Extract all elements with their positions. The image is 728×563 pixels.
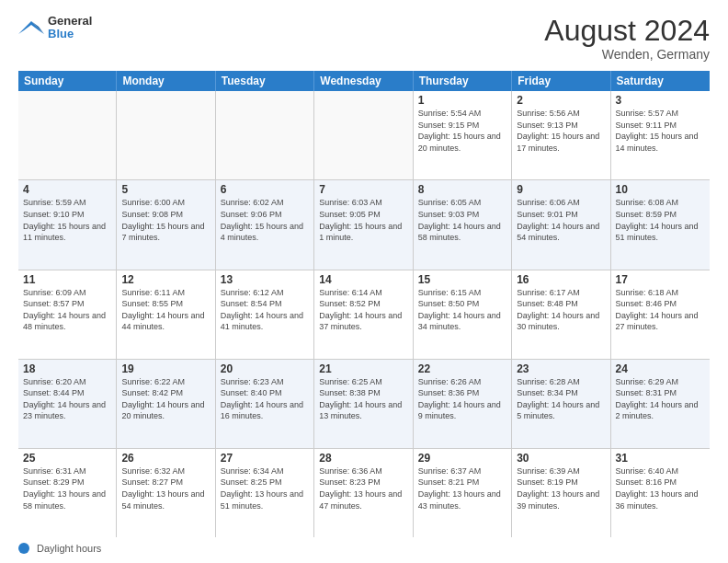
day-info: Sunrise: 6:25 AMSunset: 8:38 PMDaylight:… bbox=[319, 376, 407, 422]
cal-cell: 1Sunrise: 5:54 AMSunset: 9:15 PMDaylight… bbox=[414, 91, 512, 179]
cal-cell: 19Sunrise: 6:22 AMSunset: 8:42 PMDayligh… bbox=[117, 360, 215, 448]
day-number: 18 bbox=[23, 362, 111, 375]
day-number: 21 bbox=[319, 362, 407, 375]
cal-cell: 31Sunrise: 6:40 AMSunset: 8:16 PMDayligh… bbox=[611, 449, 710, 537]
cal-cell: 28Sunrise: 6:36 AMSunset: 8:23 PMDayligh… bbox=[314, 449, 413, 537]
cal-header-wednesday: Wednesday bbox=[314, 71, 413, 91]
day-number: 27 bbox=[221, 452, 309, 465]
day-info: Sunrise: 6:29 AMSunset: 8:31 PMDaylight:… bbox=[616, 376, 705, 422]
cal-cell: 14Sunrise: 6:14 AMSunset: 8:52 PMDayligh… bbox=[314, 270, 413, 359]
day-info: Sunrise: 5:59 AMSunset: 9:10 PMDaylight:… bbox=[23, 197, 111, 243]
day-number: 28 bbox=[319, 452, 407, 465]
cal-cell: 25Sunrise: 6:31 AMSunset: 8:29 PMDayligh… bbox=[18, 449, 117, 537]
logo-blue: Blue bbox=[48, 27, 74, 40]
day-info: Sunrise: 6:34 AMSunset: 8:25 PMDaylight:… bbox=[221, 465, 309, 511]
cal-cell: 15Sunrise: 6:15 AMSunset: 8:50 PMDayligh… bbox=[414, 270, 512, 359]
cal-cell: 6Sunrise: 6:02 AMSunset: 9:06 PMDaylight… bbox=[216, 180, 314, 269]
day-number: 31 bbox=[616, 452, 705, 465]
cal-cell: 18Sunrise: 6:20 AMSunset: 8:44 PMDayligh… bbox=[18, 360, 117, 448]
day-info: Sunrise: 6:26 AMSunset: 8:36 PMDaylight:… bbox=[418, 376, 506, 422]
calendar-week-2: 4Sunrise: 5:59 AMSunset: 9:10 PMDaylight… bbox=[18, 180, 710, 270]
cal-cell: 11Sunrise: 6:09 AMSunset: 8:57 PMDayligh… bbox=[18, 270, 117, 359]
day-info: Sunrise: 6:22 AMSunset: 8:42 PMDaylight:… bbox=[121, 376, 210, 422]
day-info: Sunrise: 5:57 AMSunset: 9:11 PMDaylight:… bbox=[616, 108, 705, 154]
cal-cell: 30Sunrise: 6:39 AMSunset: 8:19 PMDayligh… bbox=[512, 449, 610, 537]
day-number: 30 bbox=[517, 452, 605, 465]
day-info: Sunrise: 6:06 AMSunset: 9:01 PMDaylight:… bbox=[517, 197, 605, 243]
cal-cell: 29Sunrise: 6:37 AMSunset: 8:21 PMDayligh… bbox=[414, 449, 512, 537]
calendar-header-row: SundayMondayTuesdayWednesdayThursdayFrid… bbox=[18, 71, 710, 91]
day-info: Sunrise: 6:20 AMSunset: 8:44 PMDaylight:… bbox=[23, 376, 111, 422]
day-number: 10 bbox=[616, 183, 705, 196]
cal-cell: 27Sunrise: 6:34 AMSunset: 8:25 PMDayligh… bbox=[216, 449, 314, 537]
day-number: 14 bbox=[319, 273, 407, 286]
cal-cell: 4Sunrise: 5:59 AMSunset: 9:10 PMDaylight… bbox=[18, 180, 117, 269]
day-info: Sunrise: 6:14 AMSunset: 8:52 PMDaylight:… bbox=[319, 287, 407, 333]
day-info: Sunrise: 6:17 AMSunset: 8:48 PMDaylight:… bbox=[517, 287, 605, 333]
header: General Blue August 2024 Wenden, Germany bbox=[18, 15, 710, 62]
day-info: Sunrise: 6:36 AMSunset: 8:23 PMDaylight:… bbox=[319, 465, 407, 511]
calendar-week-4: 18Sunrise: 6:20 AMSunset: 8:44 PMDayligh… bbox=[18, 360, 710, 449]
day-info: Sunrise: 6:23 AMSunset: 8:40 PMDaylight:… bbox=[221, 376, 309, 422]
daylight-indicator bbox=[18, 543, 29, 554]
day-number: 24 bbox=[616, 362, 705, 375]
logo: General Blue bbox=[18, 15, 92, 41]
cal-cell: 24Sunrise: 6:29 AMSunset: 8:31 PMDayligh… bbox=[611, 360, 710, 448]
cal-cell: 20Sunrise: 6:23 AMSunset: 8:40 PMDayligh… bbox=[216, 360, 314, 448]
logo-text: General Blue bbox=[48, 15, 92, 41]
cal-header-friday: Friday bbox=[512, 71, 610, 91]
logo-general: General bbox=[48, 14, 92, 28]
cal-cell: 12Sunrise: 6:11 AMSunset: 8:55 PMDayligh… bbox=[117, 270, 215, 359]
day-number: 7 bbox=[319, 183, 407, 196]
cal-cell: 5Sunrise: 6:00 AMSunset: 9:08 PMDaylight… bbox=[117, 180, 215, 269]
day-number: 9 bbox=[517, 183, 605, 196]
day-info: Sunrise: 6:11 AMSunset: 8:55 PMDaylight:… bbox=[121, 287, 210, 333]
cal-header-tuesday: Tuesday bbox=[216, 71, 314, 91]
day-number: 17 bbox=[616, 273, 705, 286]
day-info: Sunrise: 6:31 AMSunset: 8:29 PMDaylight:… bbox=[23, 465, 111, 511]
cal-cell bbox=[117, 91, 215, 179]
day-info: Sunrise: 6:39 AMSunset: 8:19 PMDaylight:… bbox=[517, 465, 605, 511]
day-number: 13 bbox=[221, 273, 309, 286]
logo-bird-icon bbox=[18, 17, 44, 38]
cal-cell: 16Sunrise: 6:17 AMSunset: 8:48 PMDayligh… bbox=[512, 270, 610, 359]
day-number: 12 bbox=[121, 273, 210, 286]
cal-cell: 10Sunrise: 6:08 AMSunset: 8:59 PMDayligh… bbox=[611, 180, 710, 269]
day-info: Sunrise: 6:00 AMSunset: 9:08 PMDaylight:… bbox=[121, 197, 210, 243]
cal-cell: 7Sunrise: 6:03 AMSunset: 9:05 PMDaylight… bbox=[314, 180, 413, 269]
cal-cell: 21Sunrise: 6:25 AMSunset: 8:38 PMDayligh… bbox=[314, 360, 413, 448]
calendar-week-3: 11Sunrise: 6:09 AMSunset: 8:57 PMDayligh… bbox=[18, 270, 710, 360]
day-number: 3 bbox=[616, 94, 705, 107]
day-info: Sunrise: 6:32 AMSunset: 8:27 PMDaylight:… bbox=[121, 465, 210, 511]
day-number: 5 bbox=[121, 183, 210, 196]
day-number: 1 bbox=[418, 94, 506, 107]
day-info: Sunrise: 6:18 AMSunset: 8:46 PMDaylight:… bbox=[616, 287, 705, 333]
day-info: Sunrise: 6:03 AMSunset: 9:05 PMDaylight:… bbox=[319, 197, 407, 243]
cal-cell: 9Sunrise: 6:06 AMSunset: 9:01 PMDaylight… bbox=[512, 180, 610, 269]
calendar-week-1: 1Sunrise: 5:54 AMSunset: 9:15 PMDaylight… bbox=[18, 91, 710, 180]
day-number: 16 bbox=[517, 273, 605, 286]
cal-cell: 23Sunrise: 6:28 AMSunset: 8:34 PMDayligh… bbox=[512, 360, 610, 448]
day-info: Sunrise: 6:12 AMSunset: 8:54 PMDaylight:… bbox=[221, 287, 309, 333]
calendar: SundayMondayTuesdayWednesdayThursdayFrid… bbox=[18, 71, 710, 537]
day-number: 15 bbox=[418, 273, 506, 286]
day-info: Sunrise: 5:56 AMSunset: 9:13 PMDaylight:… bbox=[517, 108, 605, 154]
cal-cell: 3Sunrise: 5:57 AMSunset: 9:11 PMDaylight… bbox=[611, 91, 710, 179]
svg-marker-0 bbox=[18, 21, 44, 34]
footer: Daylight hours bbox=[18, 543, 710, 554]
cal-header-saturday: Saturday bbox=[611, 71, 710, 91]
cal-header-sunday: Sunday bbox=[18, 71, 117, 91]
cal-header-thursday: Thursday bbox=[414, 71, 512, 91]
day-number: 20 bbox=[221, 362, 309, 375]
cal-cell: 2Sunrise: 5:56 AMSunset: 9:13 PMDaylight… bbox=[512, 91, 610, 179]
cal-cell: 17Sunrise: 6:18 AMSunset: 8:46 PMDayligh… bbox=[611, 270, 710, 359]
title-block: August 2024 Wenden, Germany bbox=[544, 15, 710, 62]
calendar-week-5: 25Sunrise: 6:31 AMSunset: 8:29 PMDayligh… bbox=[18, 449, 710, 537]
day-number: 8 bbox=[418, 183, 506, 196]
day-number: 22 bbox=[418, 362, 506, 375]
day-number: 2 bbox=[517, 94, 605, 107]
calendar-body: 1Sunrise: 5:54 AMSunset: 9:15 PMDaylight… bbox=[18, 91, 710, 537]
cal-cell bbox=[314, 91, 413, 179]
cal-cell: 26Sunrise: 6:32 AMSunset: 8:27 PMDayligh… bbox=[117, 449, 215, 537]
page: General Blue August 2024 Wenden, Germany… bbox=[0, 0, 728, 563]
